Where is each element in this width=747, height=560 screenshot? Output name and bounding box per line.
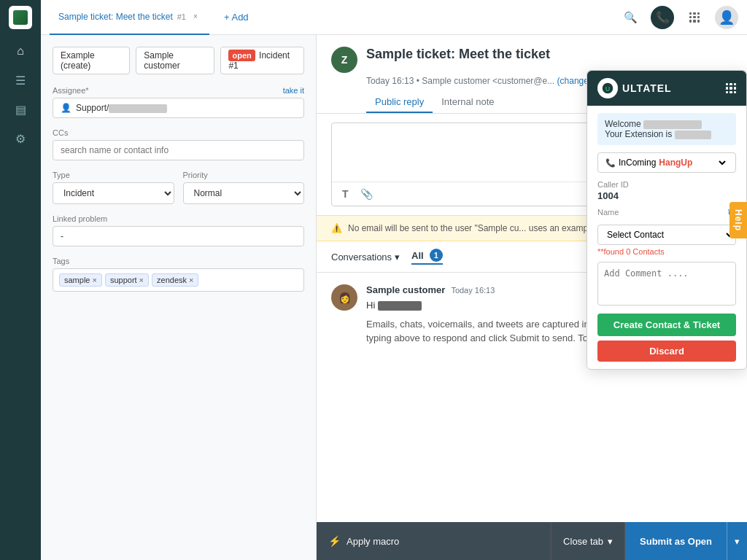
extension-label: Your Extension is: [605, 129, 672, 139]
sidebar-item-tickets[interactable]: ☰: [7, 67, 34, 93]
tab-close-btn[interactable]: ×: [190, 12, 201, 22]
assignee-field: Assignee* take it 👤 Support/: [53, 86, 304, 118]
caller-id-field: Caller ID 1004: [597, 180, 736, 201]
add-tab-btn[interactable]: + Add: [215, 12, 258, 23]
incoming-dropdown[interactable]: [713, 158, 728, 168]
tags-container: sample × support × zendesk ×: [53, 268, 304, 292]
submit-main-label[interactable]: Submit as Open: [625, 522, 727, 560]
caller-id-label: Caller ID: [597, 180, 736, 189]
bottom-bar: ⚡ Apply macro Close tab ▾ Submit as Open…: [317, 522, 747, 560]
incoming-label: InComing: [619, 158, 656, 168]
sidebar-logo[interactable]: [9, 6, 32, 29]
warning-icon: ⚠️: [331, 223, 342, 233]
tag-remove-sample[interactable]: ×: [92, 276, 96, 284]
svg-text:U: U: [605, 85, 611, 93]
ccs-input[interactable]: [53, 140, 304, 160]
ultatel-welcome: Welcome Your Extension is: [597, 113, 736, 145]
sidebar-item-home[interactable]: ⌂: [7, 38, 34, 64]
take-it-link[interactable]: take it: [283, 86, 304, 95]
linked-problem-input[interactable]: [53, 226, 304, 246]
discard-btn[interactable]: Discard: [597, 341, 736, 362]
create-contact-ticket-btn[interactable]: Create Contact & Ticket: [597, 314, 736, 336]
close-tab-btn[interactable]: Close tab ▾: [551, 522, 625, 560]
meta-time: Today 16:13: [366, 76, 414, 86]
topbar-right: 🔍 📞 👤: [619, 6, 738, 29]
assignee-input[interactable]: 👤 Support/: [53, 98, 304, 118]
avatar: 👩: [331, 284, 357, 311]
all-filter[interactable]: All 1: [411, 249, 443, 265]
ultatel-title: ULTATEL: [622, 82, 672, 94]
message-time: Today 16:13: [451, 286, 495, 295]
conversations-filter[interactable]: Conversations ▾: [331, 252, 400, 262]
tag-support: support ×: [105, 273, 149, 287]
assignee-value: Support/: [76, 103, 167, 113]
tab-number: #1: [177, 12, 186, 21]
chevron-down-icon: ▾: [395, 252, 400, 262]
ticket-title: Sample ticket: Meet the ticket: [366, 47, 550, 62]
close-tab-chevron: ▾: [608, 536, 613, 547]
tags-field: Tags sample × support × zendesk ×: [53, 257, 304, 292]
close-tab-label: Close tab: [563, 536, 603, 547]
left-panel: Example (create) Sample customer open In…: [41, 35, 317, 560]
submit-btn[interactable]: Submit as Open ▾: [625, 522, 747, 560]
main-content: Sample ticket: Meet the ticket #1 × + Ad…: [41, 0, 747, 560]
grid-icon: [689, 12, 700, 23]
tag-sample: sample ×: [59, 273, 102, 287]
priority-select[interactable]: Normal: [183, 182, 305, 204]
tab-public-reply[interactable]: Public reply: [366, 92, 433, 113]
lightning-icon: ⚡: [328, 535, 341, 547]
hangup-label: HangUp: [659, 158, 692, 168]
attachment-btn[interactable]: 📎: [357, 187, 376, 201]
comment-textarea[interactable]: [597, 262, 736, 306]
type-priority-row: Type Incident Priority Normal: [53, 171, 304, 214]
breadcrumbs: Example (create) Sample customer open In…: [53, 47, 304, 74]
active-tab[interactable]: Sample ticket: Meet the ticket #1 ×: [50, 0, 209, 35]
breadcrumb-incident[interactable]: open Incident #1: [220, 47, 304, 74]
extension-value-blurred: [675, 131, 711, 139]
ultatel-popup: U ULTATEL: [587, 70, 747, 370]
tab-internal-note[interactable]: Internal note: [433, 92, 503, 113]
incoming-hangup-row: 📞 InComing HangUp: [597, 152, 736, 173]
all-count-badge: 1: [430, 249, 443, 262]
linked-problem-label: Linked problem: [53, 214, 304, 223]
ultatel-grid-icon: [726, 83, 736, 93]
apply-macro-btn[interactable]: ⚡ Apply macro: [317, 522, 551, 560]
breadcrumb-customer[interactable]: Sample customer: [136, 47, 214, 74]
meta-customer: Sample customer <customer@e: [422, 76, 547, 86]
topbar: Sample ticket: Meet the ticket #1 × + Ad…: [41, 0, 747, 35]
found-contacts-msg: **found 0 Contacts: [597, 247, 736, 256]
welcome-label: Welcome: [605, 119, 641, 129]
tag-remove-zendesk[interactable]: ×: [189, 276, 193, 284]
search-btn[interactable]: 🔍: [619, 6, 642, 29]
tag-zendesk: zendesk ×: [152, 273, 198, 287]
sidebar-item-settings[interactable]: ⚙: [7, 125, 34, 152]
priority-label: Priority: [183, 171, 305, 179]
ultatel-body: Welcome Your Extension is 📞 InComing: [587, 106, 746, 369]
type-field: Type Incident: [53, 171, 174, 204]
blurred-name: [378, 301, 422, 311]
name-label: Name: [597, 208, 619, 217]
submit-dropdown-btn[interactable]: ▾: [727, 522, 747, 560]
message-sender: Sample customer: [366, 284, 445, 295]
type-select[interactable]: Incident: [53, 182, 174, 204]
conversations-label: Conversations: [331, 252, 392, 262]
welcome-name-blurred: [643, 120, 702, 129]
caller-id-value: 1004: [597, 190, 736, 201]
tag-remove-support[interactable]: ×: [139, 276, 144, 284]
select-contact-dropdown[interactable]: Select Contact: [597, 225, 736, 245]
linked-problem-field: Linked problem: [53, 214, 304, 246]
help-btn[interactable]: Help: [729, 201, 747, 238]
sidebar-item-reports[interactable]: ▤: [7, 96, 34, 122]
status-badge: open: [228, 50, 255, 61]
grid-btn[interactable]: [683, 6, 706, 29]
sidebar: ⌂ ☰ ▤ ⚙: [0, 0, 41, 560]
ccs-label: CCs: [53, 128, 68, 137]
ultatel-header: U ULTATEL: [587, 71, 746, 106]
name-field: Name ↻: [597, 207, 736, 219]
text-format-btn[interactable]: T: [339, 187, 352, 201]
ticket-avatar: Z: [331, 47, 357, 73]
profile-btn[interactable]: 👤: [715, 6, 738, 29]
phone-btn[interactable]: 📞: [651, 6, 674, 29]
tags-label: Tags: [53, 257, 304, 265]
breadcrumb-example[interactable]: Example (create): [53, 47, 130, 74]
